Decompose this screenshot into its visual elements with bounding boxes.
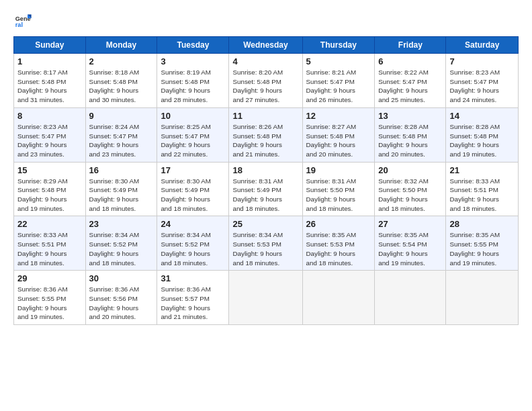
day-info: Sunrise: 8:36 AM Sunset: 5:55 PM Dayligh… xyxy=(17,285,82,322)
calendar-week-row: 15Sunrise: 8:29 AM Sunset: 5:48 PM Dayli… xyxy=(14,162,519,216)
col-wednesday: Wednesday xyxy=(229,37,302,54)
day-number: 10 xyxy=(161,111,225,121)
calendar-cell: 7Sunrise: 8:23 AM Sunset: 5:47 PM Daylig… xyxy=(446,54,519,108)
calendar-cell: 2Sunrise: 8:18 AM Sunset: 5:48 PM Daylig… xyxy=(85,54,157,108)
calendar-cell xyxy=(229,271,302,325)
day-number: 27 xyxy=(378,219,442,229)
day-info: Sunrise: 8:23 AM Sunset: 5:47 PM Dayligh… xyxy=(449,68,515,105)
calendar-cell: 6Sunrise: 8:22 AM Sunset: 5:47 PM Daylig… xyxy=(375,54,446,108)
calendar-cell: 10Sunrise: 8:25 AM Sunset: 5:47 PM Dayli… xyxy=(157,107,229,162)
day-info: Sunrise: 8:28 AM Sunset: 5:48 PM Dayligh… xyxy=(449,122,515,159)
day-info: Sunrise: 8:30 AM Sunset: 5:49 PM Dayligh… xyxy=(89,177,154,214)
day-number: 13 xyxy=(378,111,442,121)
day-info: Sunrise: 8:35 AM Sunset: 5:53 PM Dayligh… xyxy=(306,230,371,267)
day-info: Sunrise: 8:27 AM Sunset: 5:48 PM Dayligh… xyxy=(306,122,371,159)
calendar-cell: 18Sunrise: 8:31 AM Sunset: 5:49 PM Dayli… xyxy=(229,162,302,216)
day-number: 8 xyxy=(17,111,82,121)
day-number: 16 xyxy=(89,165,154,175)
day-number: 31 xyxy=(161,273,225,283)
day-info: Sunrise: 8:36 AM Sunset: 5:56 PM Dayligh… xyxy=(89,285,154,322)
day-info: Sunrise: 8:20 AM Sunset: 5:48 PM Dayligh… xyxy=(232,68,298,105)
day-info: Sunrise: 8:35 AM Sunset: 5:54 PM Dayligh… xyxy=(378,230,442,267)
calendar-cell: 20Sunrise: 8:32 AM Sunset: 5:50 PM Dayli… xyxy=(375,162,446,216)
day-info: Sunrise: 8:35 AM Sunset: 5:55 PM Dayligh… xyxy=(449,230,515,267)
day-number: 21 xyxy=(449,165,515,175)
calendar-cell: 21Sunrise: 8:33 AM Sunset: 5:51 PM Dayli… xyxy=(446,162,519,216)
day-number: 23 xyxy=(89,219,154,229)
calendar-cell xyxy=(446,271,519,325)
calendar-cell: 23Sunrise: 8:34 AM Sunset: 5:52 PM Dayli… xyxy=(85,216,157,271)
day-info: Sunrise: 8:32 AM Sunset: 5:50 PM Dayligh… xyxy=(378,177,442,214)
day-info: Sunrise: 8:18 AM Sunset: 5:48 PM Dayligh… xyxy=(89,68,154,105)
day-number: 18 xyxy=(232,165,298,175)
calendar-week-row: 8Sunrise: 8:23 AM Sunset: 5:47 PM Daylig… xyxy=(14,107,519,162)
calendar-cell: 30Sunrise: 8:36 AM Sunset: 5:56 PM Dayli… xyxy=(85,271,157,325)
day-number: 2 xyxy=(89,56,154,66)
day-info: Sunrise: 8:17 AM Sunset: 5:48 PM Dayligh… xyxy=(17,68,82,105)
day-info: Sunrise: 8:36 AM Sunset: 5:57 PM Dayligh… xyxy=(161,285,225,322)
day-number: 28 xyxy=(449,219,515,229)
calendar-cell: 5Sunrise: 8:21 AM Sunset: 5:47 PM Daylig… xyxy=(302,54,375,108)
calendar-cell: 16Sunrise: 8:30 AM Sunset: 5:49 PM Dayli… xyxy=(85,162,157,216)
day-info: Sunrise: 8:30 AM Sunset: 5:49 PM Dayligh… xyxy=(161,177,225,214)
day-number: 17 xyxy=(161,165,225,175)
col-sunday: Sunday xyxy=(14,37,86,54)
calendar-cell: 27Sunrise: 8:35 AM Sunset: 5:54 PM Dayli… xyxy=(375,216,446,271)
day-number: 30 xyxy=(89,273,154,283)
day-info: Sunrise: 8:34 AM Sunset: 5:53 PM Dayligh… xyxy=(232,230,298,267)
day-number: 25 xyxy=(232,219,298,229)
calendar-header-row: Sunday Monday Tuesday Wednesday Thursday… xyxy=(14,37,519,54)
calendar-cell: 28Sunrise: 8:35 AM Sunset: 5:55 PM Dayli… xyxy=(446,216,519,271)
day-number: 3 xyxy=(161,56,225,66)
day-info: Sunrise: 8:24 AM Sunset: 5:47 PM Dayligh… xyxy=(89,122,154,159)
day-number: 1 xyxy=(17,56,82,66)
day-number: 26 xyxy=(306,219,371,229)
day-number: 6 xyxy=(378,56,442,66)
day-info: Sunrise: 8:22 AM Sunset: 5:47 PM Dayligh… xyxy=(378,68,442,105)
day-number: 15 xyxy=(17,165,82,175)
col-thursday: Thursday xyxy=(302,37,375,54)
calendar-cell: 22Sunrise: 8:33 AM Sunset: 5:51 PM Dayli… xyxy=(14,216,86,271)
day-number: 14 xyxy=(449,111,515,121)
calendar-cell: 8Sunrise: 8:23 AM Sunset: 5:47 PM Daylig… xyxy=(14,107,86,162)
calendar-cell: 9Sunrise: 8:24 AM Sunset: 5:47 PM Daylig… xyxy=(85,107,157,162)
day-number: 9 xyxy=(89,111,154,121)
calendar-cell: 31Sunrise: 8:36 AM Sunset: 5:57 PM Dayli… xyxy=(157,271,229,325)
day-info: Sunrise: 8:21 AM Sunset: 5:47 PM Dayligh… xyxy=(306,68,371,105)
calendar-cell: 4Sunrise: 8:20 AM Sunset: 5:48 PM Daylig… xyxy=(229,54,302,108)
logo: Gene ral xyxy=(13,11,34,30)
col-saturday: Saturday xyxy=(446,37,519,54)
calendar-cell: 24Sunrise: 8:34 AM Sunset: 5:52 PM Dayli… xyxy=(157,216,229,271)
logo-icon: Gene ral xyxy=(13,11,32,30)
calendar-cell: 1Sunrise: 8:17 AM Sunset: 5:48 PM Daylig… xyxy=(14,54,86,108)
day-number: 4 xyxy=(232,56,298,66)
calendar-cell: 19Sunrise: 8:31 AM Sunset: 5:50 PM Dayli… xyxy=(302,162,375,216)
calendar-cell xyxy=(302,271,375,325)
day-info: Sunrise: 8:19 AM Sunset: 5:48 PM Dayligh… xyxy=(161,68,225,105)
calendar-table: Sunday Monday Tuesday Wednesday Thursday… xyxy=(13,36,519,325)
day-info: Sunrise: 8:34 AM Sunset: 5:52 PM Dayligh… xyxy=(89,230,154,267)
calendar-cell: 13Sunrise: 8:28 AM Sunset: 5:48 PM Dayli… xyxy=(375,107,446,162)
calendar-cell: 3Sunrise: 8:19 AM Sunset: 5:48 PM Daylig… xyxy=(157,54,229,108)
calendar-cell: 11Sunrise: 8:26 AM Sunset: 5:48 PM Dayli… xyxy=(229,107,302,162)
calendar-cell: 14Sunrise: 8:28 AM Sunset: 5:48 PM Dayli… xyxy=(446,107,519,162)
day-info: Sunrise: 8:33 AM Sunset: 5:51 PM Dayligh… xyxy=(17,230,82,267)
day-number: 11 xyxy=(232,111,298,121)
day-info: Sunrise: 8:31 AM Sunset: 5:50 PM Dayligh… xyxy=(306,177,371,214)
svg-text:ral: ral xyxy=(15,21,23,28)
col-monday: Monday xyxy=(85,37,157,54)
day-number: 24 xyxy=(161,219,225,229)
col-friday: Friday xyxy=(375,37,446,54)
day-number: 22 xyxy=(17,219,82,229)
day-number: 5 xyxy=(306,56,371,66)
calendar-cell: 15Sunrise: 8:29 AM Sunset: 5:48 PM Dayli… xyxy=(14,162,86,216)
day-info: Sunrise: 8:28 AM Sunset: 5:48 PM Dayligh… xyxy=(378,122,442,159)
day-number: 19 xyxy=(306,165,371,175)
day-info: Sunrise: 8:25 AM Sunset: 5:47 PM Dayligh… xyxy=(161,122,225,159)
calendar-week-row: 29Sunrise: 8:36 AM Sunset: 5:55 PM Dayli… xyxy=(14,271,519,325)
day-info: Sunrise: 8:26 AM Sunset: 5:48 PM Dayligh… xyxy=(232,122,298,159)
calendar-week-row: 1Sunrise: 8:17 AM Sunset: 5:48 PM Daylig… xyxy=(14,54,519,108)
day-info: Sunrise: 8:29 AM Sunset: 5:48 PM Dayligh… xyxy=(17,177,82,214)
day-info: Sunrise: 8:31 AM Sunset: 5:49 PM Dayligh… xyxy=(232,177,298,214)
day-info: Sunrise: 8:33 AM Sunset: 5:51 PM Dayligh… xyxy=(449,177,515,214)
